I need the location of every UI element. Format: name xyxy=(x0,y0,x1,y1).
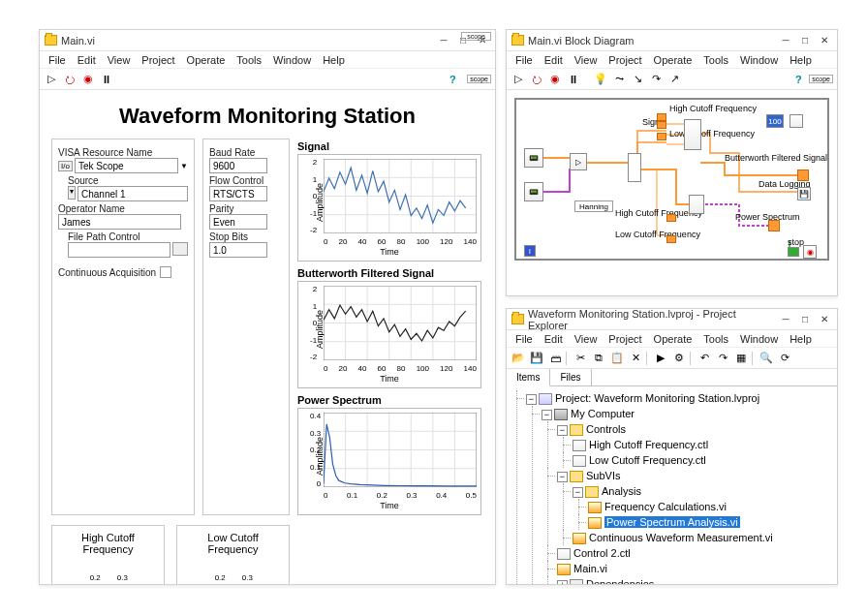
dial-high-knob[interactable]: 0.1 0.2 0.3 0.4 xyxy=(66,559,151,584)
bd-constant-100[interactable]: 100 xyxy=(766,114,784,128)
titlebar[interactable]: Main.vi Block Diagram ─ □ ✕ xyxy=(507,30,837,51)
bd-loop-condition[interactable]: ◉ xyxy=(803,245,817,259)
abort-icon[interactable]: ◉ xyxy=(80,72,96,87)
io-icon[interactable]: I/o xyxy=(58,161,73,171)
menu-project[interactable]: Project xyxy=(604,54,646,66)
continuous-acq-toggle[interactable] xyxy=(160,266,171,278)
block-diagram-canvas[interactable]: High Cutoff Frequency Low Cutoff Frequen… xyxy=(514,98,829,261)
baud-input[interactable] xyxy=(209,158,267,173)
expand-icon[interactable]: − xyxy=(557,425,568,436)
menubar[interactable]: File Edit View Project Operate Tools Win… xyxy=(507,51,837,69)
menu-window[interactable]: Window xyxy=(735,54,783,66)
close-button[interactable]: ✕ xyxy=(816,312,833,327)
menu-edit[interactable]: Edit xyxy=(540,54,568,66)
tree-control2-ctl[interactable]: Control 2.ctl xyxy=(557,545,833,561)
menu-edit[interactable]: Edit xyxy=(540,333,568,345)
bd-stop-terminal[interactable] xyxy=(788,247,799,257)
resolve-icon[interactable]: ⚙ xyxy=(671,351,687,366)
minimize-button[interactable]: ─ xyxy=(435,33,452,48)
menu-file[interactable]: File xyxy=(511,54,538,66)
menu-view[interactable]: View xyxy=(570,54,603,66)
dropdown-icon[interactable]: ▼ xyxy=(180,162,188,170)
cut-icon[interactable]: ✂ xyxy=(573,351,588,366)
menu-file[interactable]: File xyxy=(44,54,71,66)
expand-icon[interactable]: − xyxy=(573,487,583,498)
expand-icon[interactable]: + xyxy=(557,580,568,584)
tree-project-root[interactable]: −Project: Waveform Monitoring Station.lv… xyxy=(526,390,833,584)
bd-indicator-node[interactable] xyxy=(790,114,803,128)
save-icon[interactable]: 💾 xyxy=(529,351,544,366)
bd-power-indicator[interactable] xyxy=(768,220,780,231)
tree-high-cutoff-ctl[interactable]: High Cutoff Frequency.ctl xyxy=(573,437,833,452)
menu-help[interactable]: Help xyxy=(785,333,817,345)
tree-power-spectrum-vi[interactable]: Power Spectrum Analysis.vi xyxy=(588,514,833,530)
filter-icon[interactable]: ▦ xyxy=(733,351,749,366)
bd-datalog-vi[interactable]: 💾 xyxy=(797,187,811,200)
filepath-input[interactable] xyxy=(68,242,170,258)
menubar[interactable]: File Edit View Project Operate Tools Win… xyxy=(40,51,495,69)
source-input[interactable] xyxy=(77,186,188,201)
operator-input[interactable] xyxy=(58,214,181,230)
refresh-icon[interactable]: ⟳ xyxy=(777,351,792,366)
bulb-icon[interactable]: 💡 xyxy=(593,72,608,87)
close-button[interactable]: ✕ xyxy=(816,33,833,48)
tree-low-cutoff-ctl[interactable]: Low Cutoff Frequency.ctl xyxy=(573,452,833,468)
tree-controls-folder[interactable]: −Controls High Cutoff Frequency.ctl Low … xyxy=(557,421,833,468)
menu-edit[interactable]: Edit xyxy=(73,54,101,66)
expand-icon[interactable]: − xyxy=(542,410,552,420)
menubar[interactable]: File Edit View Project Operate Tools Win… xyxy=(507,330,837,348)
menu-operate[interactable]: Operate xyxy=(649,54,697,66)
titlebar[interactable]: Main.vi ─ □ ✕ xyxy=(40,30,495,51)
pause-icon[interactable]: II xyxy=(566,72,581,87)
bd-scope-node[interactable]: 📟 xyxy=(524,148,543,168)
menu-help[interactable]: Help xyxy=(785,54,817,66)
run-icon[interactable]: ▷ xyxy=(44,72,59,87)
maximize-button[interactable]: □ xyxy=(796,312,814,327)
flow-input[interactable] xyxy=(209,186,267,201)
titlebar[interactable]: Waveform Monitoring Station.lvproj - Pro… xyxy=(507,309,837,330)
menu-tools[interactable]: Tools xyxy=(232,54,266,66)
menu-view[interactable]: View xyxy=(103,54,136,66)
run-continuous-icon[interactable]: ⭮ xyxy=(62,72,77,87)
help-icon[interactable]: ? xyxy=(790,72,806,87)
tab-items[interactable]: Items xyxy=(507,369,550,386)
visa-resource-input[interactable] xyxy=(75,158,178,173)
bd-signal-terminal[interactable] xyxy=(657,121,666,129)
menu-file[interactable]: File xyxy=(511,333,538,345)
stopbits-input[interactable] xyxy=(209,242,267,258)
tree-subvis-folder[interactable]: −SubVIs −Analysis Frequency Calculations… xyxy=(557,468,833,545)
tree-freq-calc-vi[interactable]: Frequency Calculations.vi xyxy=(588,499,833,514)
menu-tools[interactable]: Tools xyxy=(698,54,733,66)
step-into-icon[interactable]: ↘ xyxy=(630,72,645,87)
stepper-icon[interactable]: ▾ xyxy=(68,186,76,200)
expand-icon[interactable]: − xyxy=(526,394,537,405)
undo-icon[interactable]: ↶ xyxy=(697,351,712,366)
tree-my-computer[interactable]: −My Computer −Controls High Cutoff Frequ… xyxy=(542,406,833,584)
expand-icon[interactable]: − xyxy=(557,472,568,482)
bd-while-count[interactable]: i xyxy=(524,245,536,257)
pause-icon[interactable]: II xyxy=(99,72,114,87)
tab-files[interactable]: Files xyxy=(550,369,591,385)
bd-scope-node-2[interactable]: 📟 xyxy=(524,182,543,201)
probe-icon[interactable]: ⤳ xyxy=(611,72,627,87)
menu-help[interactable]: Help xyxy=(318,54,350,66)
menu-view[interactable]: View xyxy=(570,333,603,345)
bd-hanning-enum[interactable]: Hanning xyxy=(574,200,613,212)
find-icon[interactable]: 🔍 xyxy=(759,351,774,366)
bd-high2-terminal[interactable] xyxy=(666,214,676,222)
bd-highcut-terminal[interactable] xyxy=(657,113,666,121)
tree-dependencies[interactable]: +Dependencies xyxy=(557,576,833,584)
step-out-icon[interactable]: ↗ xyxy=(666,72,682,87)
delete-icon[interactable]: ✕ xyxy=(628,351,643,366)
bd-triangle-node[interactable]: ▷ xyxy=(570,153,587,170)
project-tree[interactable]: −Project: Waveform Monitoring Station.lv… xyxy=(507,386,837,584)
minimize-button[interactable]: ─ xyxy=(777,312,794,327)
maximize-button[interactable]: □ xyxy=(796,33,814,48)
bd-low2-terminal[interactable] xyxy=(666,235,676,243)
menu-operate[interactable]: Operate xyxy=(182,54,231,66)
copy-icon[interactable]: ⧉ xyxy=(591,351,606,366)
menu-window[interactable]: Window xyxy=(735,333,783,345)
tree-analysis-folder[interactable]: −Analysis Frequency Calculations.vi Powe… xyxy=(573,483,833,530)
abort-icon[interactable]: ◉ xyxy=(547,72,563,87)
run-icon[interactable]: ▷ xyxy=(511,72,526,87)
